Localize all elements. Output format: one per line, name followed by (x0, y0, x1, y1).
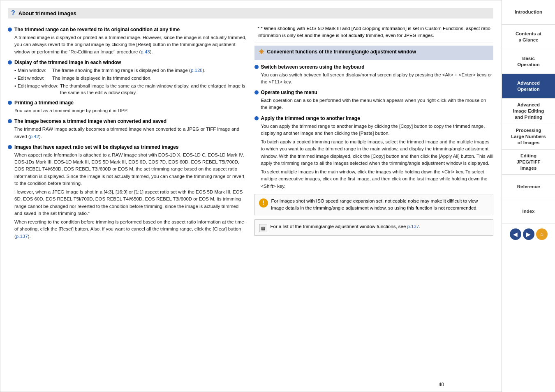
warning-icon: ! (259, 198, 268, 208)
sidebar-label-basic: BasicOperation (517, 55, 539, 68)
sidebar-label-introduction: Introduction (515, 9, 542, 15)
sidebar-label-editing: EditingJPEG/TIFFImages (516, 153, 540, 171)
section-keyboard-body: You can also switch between full screen … (261, 71, 494, 86)
bullet-apply (254, 116, 259, 120)
nav-next-icon: ▶ (526, 231, 531, 238)
subitem-edit-image-window: • Edit image window: The thumbnail image… (14, 83, 247, 96)
convenient-box: ✳ Convenient functions of the trimming/a… (254, 46, 494, 60)
section-display-title: Display of the trimmed image in each win… (14, 60, 121, 65)
section-apply-title: Apply the trimmed range to another image (261, 115, 360, 121)
main-content: ? About trimmed images The trimmed range… (0, 0, 502, 392)
sidebar: Introduction Contents ata Glance BasicOp… (502, 0, 555, 392)
section-aspect-body: When aspect ratio information is attache… (14, 152, 247, 240)
nav-home-button[interactable]: ⌂ (536, 228, 548, 240)
section-menu: Operate using the menu (254, 90, 494, 95)
section-revert-title: The trimmed range can be reverted to its… (14, 27, 180, 32)
question-icon: ? (11, 9, 15, 17)
section-revert: The trimmed range can be reverted to its… (8, 27, 247, 32)
sidebar-item-advanced-editing[interactable]: AdvancedImage Editingand Printing (502, 99, 555, 124)
bullet-revert (8, 28, 12, 32)
right-column: * * When shooting with EOS 5D Mark III a… (254, 23, 494, 242)
page-header: ? About trimmed images (8, 8, 493, 18)
sub-bullet-edit: • (14, 75, 16, 81)
section-printing-title: Printing a trimmed image (14, 100, 74, 106)
sidebar-item-editing[interactable]: EditingJPEG/TIFFImages (502, 150, 555, 175)
sub-label-main: Main window: (18, 67, 51, 74)
bullet-converted (8, 119, 12, 123)
sidebar-item-contents[interactable]: Contents ata Glance (502, 25, 555, 49)
section-menu-body: Each operation can also be performed wit… (261, 97, 494, 111)
subitem-edit-window: • Edit window: The image is displayed in… (14, 75, 247, 81)
info-icon: ▤ (259, 224, 267, 232)
aspect-para1: When aspect ratio information is attache… (14, 152, 247, 187)
link-p42[interactable]: p.42 (30, 134, 39, 139)
section-converted-body: The trimmed RAW image actually becomes a… (14, 126, 247, 140)
sidebar-nav: ◀ ▶ ⌂ (502, 224, 555, 244)
asterisk-note: * * When shooting with EOS 5D Mark III a… (258, 25, 494, 39)
nav-next-button[interactable]: ▶ (523, 228, 534, 240)
section-display: Display of the trimmed image in each win… (8, 60, 247, 65)
section-apply: Apply the trimmed range to another image (254, 115, 494, 121)
warning-text: For images shot with ISO speed range exp… (271, 198, 489, 212)
sidebar-label-contents: Contents ata Glance (516, 31, 541, 43)
sub-bullet-main: • (14, 67, 16, 74)
page-number: 40 (439, 382, 444, 387)
sidebar-item-advanced[interactable]: AdvancedOperation (502, 74, 555, 99)
left-column: The trimmed range can be reverted to its… (8, 23, 247, 242)
convenient-header: ✳ Convenient functions of the trimming/a… (259, 48, 490, 56)
apply-para3: To select multiple images in the main wi… (261, 168, 494, 190)
section-menu-title: Operate using the menu (261, 90, 317, 95)
link-p128[interactable]: p.128 (191, 68, 203, 73)
sub-label-edit: Edit window: (18, 75, 51, 81)
asterisk-text: * When shooting with EOS 5D Mark III and… (258, 26, 490, 38)
section-converted: The image becomes a trimmed image when c… (8, 118, 247, 124)
section-printing: Printing a trimmed image (8, 100, 247, 106)
sidebar-label-processing: ProcessingLarge Numbersof Images (511, 127, 546, 146)
warning-box: ! For images shot with ISO speed range e… (254, 194, 494, 216)
section-display-body: • Main window: The frame showing the tri… (14, 67, 247, 96)
subitem-main-window: • Main window: The frame showing the tri… (14, 67, 247, 74)
info-box: ▤ For a list of the trimming/angle adjus… (254, 219, 494, 236)
sub-text-editimg: The thumbnail image is the same as the m… (60, 83, 247, 96)
link-p137a[interactable]: p.137 (16, 234, 28, 239)
sub-bullet-editimg: • (14, 83, 16, 96)
section-revert-body: A trimmed image is displayed or printed … (14, 34, 247, 55)
sidebar-item-reference[interactable]: Reference (502, 175, 555, 199)
sidebar-item-processing[interactable]: ProcessingLarge Numbersof Images (502, 124, 555, 150)
apply-para1: You can apply the trimmed range to anoth… (261, 123, 494, 137)
sub-label-editimg: Edit image window: (18, 83, 58, 96)
sidebar-label-reference: Reference (517, 184, 540, 190)
sidebar-label-advanced-editing: AdvancedImage Editingand Printing (513, 102, 544, 120)
sub-text-main: The frame showing the trimming range is … (52, 67, 247, 74)
nav-prev-button[interactable]: ◀ (510, 228, 521, 240)
sidebar-item-basic[interactable]: BasicOperation (502, 49, 555, 74)
convenient-title: Convenient functions of the trimming/ang… (267, 49, 416, 55)
sun-icon: ✳ (259, 48, 264, 56)
content-columns: The trimmed range can be reverted to its… (8, 23, 493, 242)
divider (254, 42, 494, 42)
apply-para2: To batch apply a copied trimming range t… (261, 138, 494, 167)
bullet-aspect (8, 145, 12, 149)
sidebar-item-introduction[interactable]: Introduction (502, 0, 555, 25)
section-printing-body: You can print as a trimmed image by prin… (14, 107, 247, 114)
aspect-para3: When reverting to the condition before t… (14, 219, 247, 240)
sidebar-label-index: Index (522, 208, 534, 214)
info-text: For a list of the trimming/angle adjustm… (271, 223, 421, 232)
aspect-para2: However, when a JPEG image is shot in a … (14, 189, 247, 217)
section-apply-body: You can apply the trimmed range to anoth… (261, 123, 494, 190)
link-p43[interactable]: p.43 (141, 49, 150, 54)
bullet-keyboard (254, 65, 259, 69)
section-aspect-title: Images that have aspect ratio set will b… (14, 144, 179, 150)
nav-home-icon: ⌂ (540, 231, 543, 237)
section-aspect: Images that have aspect ratio set will b… (8, 144, 247, 150)
section-converted-title: The image becomes a trimmed image when c… (14, 118, 166, 124)
bullet-printing (8, 101, 12, 105)
sidebar-item-index[interactable]: Index (502, 199, 555, 224)
sub-text-edit: The image is displayed in its trimmed co… (52, 75, 247, 81)
page-title: About trimmed images (18, 10, 76, 16)
link-p137b[interactable]: p.137 (407, 224, 419, 229)
section-keyboard: Switch between screens using the keyboar… (254, 64, 494, 70)
bullet-menu (254, 90, 259, 95)
bullet-display (8, 60, 12, 65)
sidebar-label-advanced: AdvancedOperation (517, 80, 540, 92)
